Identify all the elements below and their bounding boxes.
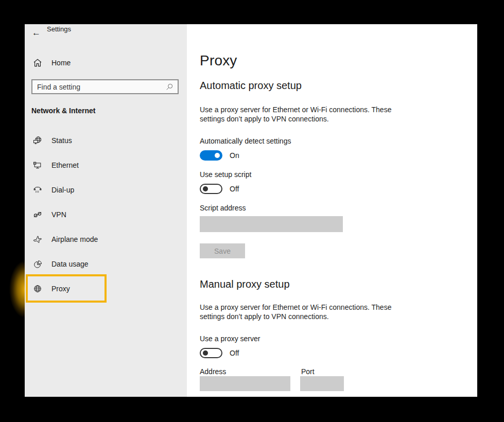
sidebar-item-label: Ethernet bbox=[51, 161, 79, 169]
use-proxy-state: Off bbox=[230, 349, 239, 357]
search-input[interactable] bbox=[32, 83, 165, 91]
sidebar-item-dialup[interactable]: Dial-up bbox=[25, 178, 187, 202]
sidebar-item-label: Airplane mode bbox=[51, 235, 98, 243]
sidebar-item-proxy[interactable]: Proxy bbox=[25, 276, 187, 301]
back-arrow-icon[interactable]: ← bbox=[32, 28, 41, 37]
airplane-icon bbox=[32, 234, 43, 244]
sidebar-nav: Status Ethernet bbox=[25, 128, 187, 301]
toggle-knob bbox=[203, 186, 208, 191]
sidebar-item-label: Dial-up bbox=[51, 186, 74, 194]
setup-script-label: Use setup script bbox=[200, 170, 251, 179]
data-usage-pie-icon bbox=[32, 259, 43, 269]
use-proxy-toggle-row: Off bbox=[200, 348, 239, 358]
address-input[interactable] bbox=[200, 376, 290, 391]
home-icon bbox=[32, 58, 43, 68]
setup-script-toggle[interactable] bbox=[200, 184, 222, 194]
sidebar-item-label: Status bbox=[51, 136, 72, 145]
port-input[interactable] bbox=[300, 376, 344, 391]
page-title: Proxy bbox=[200, 52, 237, 69]
screenshot-frame: ← Settings Home bbox=[0, 0, 504, 422]
vpn-icon bbox=[32, 209, 43, 220]
sidebar-section-title: Network & Internet bbox=[31, 107, 95, 115]
search-box[interactable] bbox=[31, 79, 179, 94]
detect-settings-toggle-row: On bbox=[200, 150, 239, 161]
search-icon[interactable] bbox=[165, 83, 173, 91]
sidebar-item-label: Home bbox=[51, 59, 71, 67]
sidebar: ← Settings Home bbox=[25, 24, 187, 397]
sidebar-item-label: Data usage bbox=[51, 260, 89, 268]
manual-proxy-description: Use a proxy server for Ethernet or Wi-Fi… bbox=[200, 303, 418, 322]
toggle-knob bbox=[203, 350, 208, 356]
sidebar-item-airplane-mode[interactable]: Airplane mode bbox=[25, 227, 187, 252]
sidebar-item-home[interactable]: Home bbox=[32, 56, 71, 69]
manual-proxy-heading: Manual proxy setup bbox=[200, 278, 290, 290]
back-button[interactable]: ← bbox=[32, 28, 41, 37]
address-label: Address bbox=[200, 367, 226, 376]
save-button[interactable]: Save bbox=[200, 243, 245, 258]
toggle-knob bbox=[215, 153, 220, 158]
dialup-phone-icon bbox=[32, 185, 43, 195]
use-proxy-toggle[interactable] bbox=[200, 348, 222, 358]
sidebar-item-data-usage[interactable]: Data usage bbox=[25, 252, 187, 276]
settings-window: ← Settings Home bbox=[25, 24, 477, 397]
detect-settings-label: Automatically detect settings bbox=[200, 137, 291, 145]
window-title: Settings bbox=[47, 25, 71, 33]
detect-settings-toggle[interactable] bbox=[200, 150, 222, 161]
use-proxy-server-label: Use a proxy server bbox=[200, 335, 260, 343]
script-address-label: Script address bbox=[200, 204, 246, 212]
port-label: Port bbox=[301, 367, 315, 376]
sidebar-item-vpn[interactable]: VPN bbox=[25, 202, 187, 227]
status-globe-icon bbox=[32, 135, 43, 146]
ethernet-icon bbox=[32, 160, 43, 170]
sidebar-item-label: VPN bbox=[51, 210, 66, 219]
script-address-input[interactable] bbox=[200, 216, 343, 232]
automatic-proxy-description: Use a proxy server for Ethernet or Wi-Fi… bbox=[200, 105, 418, 124]
detect-settings-state: On bbox=[230, 151, 239, 160]
proxy-globe-icon bbox=[32, 284, 43, 294]
sidebar-item-label: Proxy bbox=[51, 285, 70, 293]
sidebar-item-ethernet[interactable]: Ethernet bbox=[25, 153, 187, 178]
setup-script-state: Off bbox=[230, 185, 239, 193]
setup-script-toggle-row: Off bbox=[200, 184, 239, 194]
proxy-page: Proxy Automatic proxy setup Use a proxy … bbox=[187, 24, 477, 397]
automatic-proxy-heading: Automatic proxy setup bbox=[200, 80, 302, 92]
sidebar-item-status[interactable]: Status bbox=[25, 128, 187, 153]
